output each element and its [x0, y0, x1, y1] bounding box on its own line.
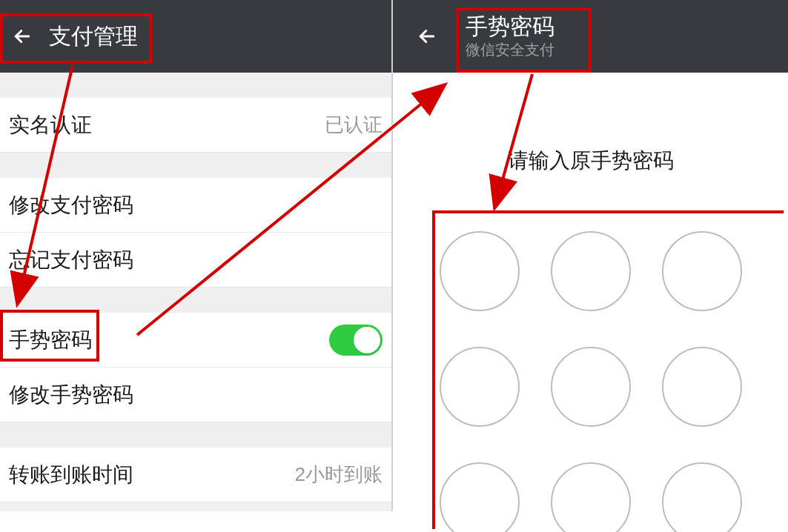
item-transfer-arrival-time[interactable]: 转账到账时间 2小时到账 — [0, 448, 391, 502]
list-gap — [0, 287, 391, 313]
gesture-prompt: 请输入原手势密码 — [393, 147, 788, 175]
pattern-dot-3[interactable] — [662, 231, 742, 311]
item-change-pay-password[interactable]: 修改支付密码 — [0, 178, 391, 233]
item-identity-verify[interactable]: 实名认证 已认证 — [0, 98, 391, 153]
pattern-dot-8[interactable] — [551, 462, 631, 532]
item-label: 忘记支付密码 — [9, 246, 133, 274]
item-label: 修改手势密码 — [9, 381, 133, 409]
pattern-dot-9[interactable] — [662, 462, 742, 532]
payment-management-screen: 支付管理 实名认证 已认证 修改支付密码 忘记支付密码 手势密码 — [0, 0, 393, 511]
gesture-password-screen: 手势密码 微信安全支付 请输入原手势密码 — [393, 0, 788, 511]
back-icon[interactable] — [6, 20, 39, 53]
pattern-dot-6[interactable] — [662, 347, 742, 427]
header-right: 手势密码 微信安全支付 — [393, 0, 788, 73]
pattern-dot-7[interactable] — [440, 462, 520, 532]
pattern-dot-1[interactable] — [440, 231, 520, 311]
item-value: 2小时到账 — [295, 462, 383, 488]
toggle-knob — [354, 327, 380, 353]
item-forgot-pay-password[interactable]: 忘记支付密码 — [0, 233, 391, 287]
pattern-lock-grid[interactable] — [417, 219, 765, 532]
item-gesture-password[interactable]: 手势密码 — [0, 313, 391, 368]
list-gap — [0, 153, 391, 178]
item-value: 已认证 — [325, 112, 383, 138]
header-left: 支付管理 — [0, 0, 391, 73]
settings-list: 实名认证 已认证 修改支付密码 忘记支付密码 手势密码 修改手势密码 — [0, 73, 391, 502]
item-change-gesture-password[interactable]: 修改手势密码 — [0, 368, 391, 422]
page-title: 支付管理 — [49, 21, 138, 52]
back-icon[interactable] — [411, 20, 443, 53]
page-title: 手势密码 — [466, 13, 554, 40]
pattern-dot-5[interactable] — [551, 347, 631, 427]
pattern-dot-4[interactable] — [440, 347, 520, 427]
list-gap — [0, 422, 391, 448]
page-subtitle: 微信安全支付 — [466, 40, 554, 59]
title-group: 手势密码 微信安全支付 — [466, 13, 554, 59]
gesture-toggle[interactable] — [329, 325, 383, 356]
item-label: 转账到账时间 — [9, 461, 133, 489]
item-label: 手势密码 — [9, 326, 92, 354]
pattern-dot-2[interactable] — [551, 231, 631, 311]
list-gap — [0, 73, 391, 98]
item-label: 修改支付密码 — [9, 191, 133, 219]
item-label: 实名认证 — [9, 111, 92, 139]
